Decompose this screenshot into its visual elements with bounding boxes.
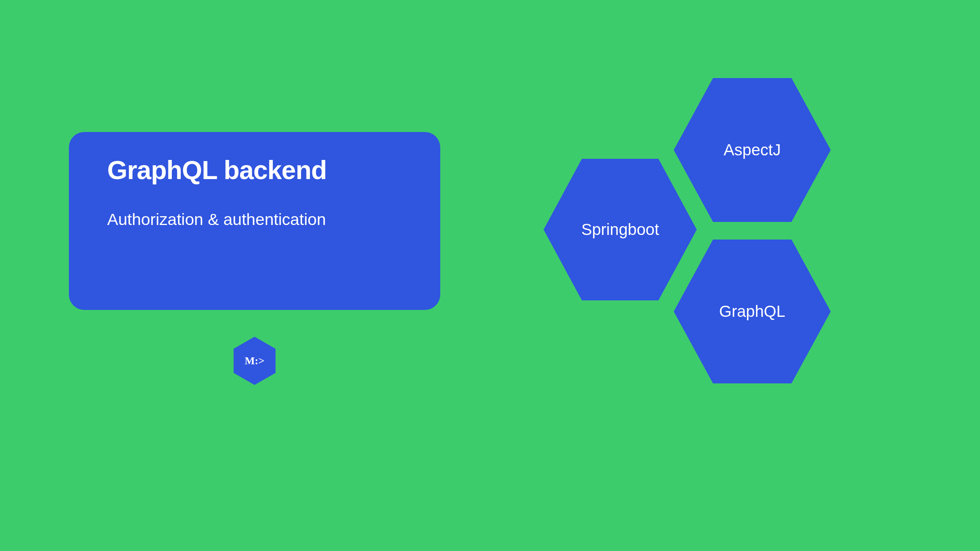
- hexagon-graphql: GraphQL: [674, 240, 831, 383]
- card-title: GraphQL backend: [107, 155, 402, 185]
- hexagon-label: Springboot: [581, 220, 659, 239]
- title-card: GraphQL backend Authorization & authenti…: [69, 132, 440, 310]
- hexagon-label: AspectJ: [724, 141, 781, 159]
- hexagon-aspectj: AspectJ: [674, 78, 831, 222]
- logo-text: M:>: [245, 355, 265, 367]
- logo-hexagon: M:>: [234, 337, 276, 385]
- hexagon-label: GraphQL: [719, 302, 786, 321]
- card-subtitle: Authorization & authentication: [107, 208, 402, 231]
